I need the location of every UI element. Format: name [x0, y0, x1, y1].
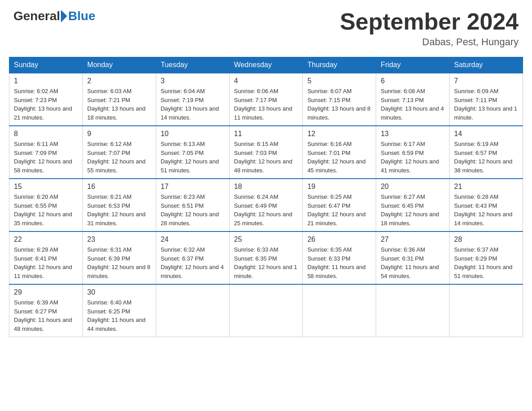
table-row: 4Sunrise: 6:06 AMSunset: 7:17 PMDaylight…	[229, 73, 303, 126]
day-info: Sunrise: 6:32 AMSunset: 6:37 PMDaylight:…	[161, 245, 225, 280]
table-row: 2Sunrise: 6:03 AMSunset: 7:21 PMDaylight…	[82, 73, 156, 126]
table-row: 27Sunrise: 6:36 AMSunset: 6:31 PMDayligh…	[376, 231, 450, 284]
table-row: 30Sunrise: 6:40 AMSunset: 6:25 PMDayligh…	[82, 284, 156, 337]
day-info: Sunrise: 6:17 AMSunset: 6:59 PMDaylight:…	[381, 140, 445, 175]
day-info: Sunrise: 6:29 AMSunset: 6:41 PMDaylight:…	[14, 245, 78, 280]
day-number: 4	[234, 77, 298, 85]
day-number: 7	[454, 77, 518, 85]
table-row: 25Sunrise: 6:33 AMSunset: 6:35 PMDayligh…	[229, 231, 303, 284]
logo-general-text: General	[13, 9, 60, 23]
day-number: 29	[14, 288, 78, 296]
month-title: September 2024	[340, 9, 519, 34]
logo-blue-text: Blue	[68, 9, 95, 23]
day-number: 8	[14, 130, 78, 138]
day-info: Sunrise: 6:16 AMSunset: 7:01 PMDaylight:…	[307, 140, 371, 175]
day-number: 18	[234, 183, 298, 191]
day-number: 11	[234, 130, 298, 138]
table-row: 23Sunrise: 6:31 AMSunset: 6:39 PMDayligh…	[82, 231, 156, 284]
day-info: Sunrise: 6:08 AMSunset: 7:13 PMDaylight:…	[381, 87, 445, 122]
day-info: Sunrise: 6:04 AMSunset: 7:19 PMDaylight:…	[161, 87, 225, 122]
day-info: Sunrise: 6:15 AMSunset: 7:03 PMDaylight:…	[234, 140, 298, 175]
day-info: Sunrise: 6:23 AMSunset: 6:51 PMDaylight:…	[161, 193, 225, 227]
day-number: 13	[381, 130, 445, 138]
day-number: 27	[381, 235, 445, 244]
table-row: 11Sunrise: 6:15 AMSunset: 7:03 PMDayligh…	[229, 126, 303, 179]
table-row: 6Sunrise: 6:08 AMSunset: 7:13 PMDaylight…	[376, 73, 450, 126]
table-row	[229, 284, 303, 337]
col-tuesday: Tuesday	[156, 57, 229, 73]
day-number: 1	[14, 77, 78, 85]
table-row	[156, 284, 229, 337]
day-info: Sunrise: 6:31 AMSunset: 6:39 PMDaylight:…	[87, 245, 151, 280]
title-section: September 2024 Dabas, Pest, Hungary	[340, 9, 519, 48]
day-info: Sunrise: 6:35 AMSunset: 6:33 PMDaylight:…	[307, 245, 371, 280]
table-row: 1Sunrise: 6:02 AMSunset: 7:23 PMDaylight…	[9, 73, 83, 126]
col-monday: Monday	[82, 57, 156, 73]
day-info: Sunrise: 6:37 AMSunset: 6:29 PMDaylight:…	[454, 245, 518, 280]
table-row: 16Sunrise: 6:21 AMSunset: 6:53 PMDayligh…	[82, 179, 156, 231]
day-number: 30	[87, 288, 151, 296]
day-number: 12	[307, 130, 371, 138]
day-number: 22	[14, 235, 78, 244]
day-info: Sunrise: 6:20 AMSunset: 6:55 PMDaylight:…	[14, 193, 78, 227]
table-row: 8Sunrise: 6:11 AMSunset: 7:09 PMDaylight…	[9, 126, 83, 179]
table-row	[303, 284, 376, 337]
table-row: 5Sunrise: 6:07 AMSunset: 7:15 PMDaylight…	[303, 73, 376, 126]
day-info: Sunrise: 6:36 AMSunset: 6:31 PMDaylight:…	[381, 245, 445, 280]
table-row: 22Sunrise: 6:29 AMSunset: 6:41 PMDayligh…	[9, 231, 83, 284]
day-info: Sunrise: 6:11 AMSunset: 7:09 PMDaylight:…	[14, 140, 78, 175]
table-row: 15Sunrise: 6:20 AMSunset: 6:55 PMDayligh…	[9, 179, 83, 231]
table-row: 19Sunrise: 6:25 AMSunset: 6:47 PMDayligh…	[303, 179, 376, 231]
table-row: 12Sunrise: 6:16 AMSunset: 7:01 PMDayligh…	[303, 126, 376, 179]
logo: General Blue	[13, 9, 95, 23]
table-row	[450, 284, 523, 337]
col-friday: Friday	[376, 57, 450, 73]
week-row-4: 22Sunrise: 6:29 AMSunset: 6:41 PMDayligh…	[9, 231, 523, 284]
table-row: 13Sunrise: 6:17 AMSunset: 6:59 PMDayligh…	[376, 126, 450, 179]
day-number: 14	[454, 130, 518, 138]
calendar-table: Sunday Monday Tuesday Wednesday Thursday…	[9, 57, 523, 337]
day-info: Sunrise: 6:40 AMSunset: 6:25 PMDaylight:…	[87, 298, 151, 333]
day-number: 19	[307, 183, 371, 191]
day-info: Sunrise: 6:07 AMSunset: 7:15 PMDaylight:…	[307, 87, 371, 122]
table-row	[376, 284, 450, 337]
day-number: 17	[161, 183, 225, 191]
day-info: Sunrise: 6:12 AMSunset: 7:07 PMDaylight:…	[87, 140, 151, 175]
location-label: Dabas, Pest, Hungary	[340, 36, 519, 48]
day-number: 20	[381, 183, 445, 191]
table-row: 29Sunrise: 6:39 AMSunset: 6:27 PMDayligh…	[9, 284, 83, 337]
day-info: Sunrise: 6:03 AMSunset: 7:21 PMDaylight:…	[87, 87, 151, 122]
logo-triangle-icon	[61, 10, 67, 22]
week-row-5: 29Sunrise: 6:39 AMSunset: 6:27 PMDayligh…	[9, 284, 523, 337]
col-thursday: Thursday	[303, 57, 376, 73]
day-info: Sunrise: 6:33 AMSunset: 6:35 PMDaylight:…	[234, 245, 298, 280]
table-row: 24Sunrise: 6:32 AMSunset: 6:37 PMDayligh…	[156, 231, 229, 284]
day-info: Sunrise: 6:21 AMSunset: 6:53 PMDaylight:…	[87, 193, 151, 227]
day-info: Sunrise: 6:19 AMSunset: 6:57 PMDaylight:…	[454, 140, 518, 175]
day-number: 24	[161, 235, 225, 244]
day-info: Sunrise: 6:06 AMSunset: 7:17 PMDaylight:…	[234, 87, 298, 122]
day-info: Sunrise: 6:28 AMSunset: 6:43 PMDaylight:…	[454, 193, 518, 227]
calendar-header-row: Sunday Monday Tuesday Wednesday Thursday…	[9, 57, 523, 73]
day-number: 21	[454, 183, 518, 191]
table-row: 3Sunrise: 6:04 AMSunset: 7:19 PMDaylight…	[156, 73, 229, 126]
day-number: 9	[87, 130, 151, 138]
day-number: 3	[161, 77, 225, 85]
table-row: 10Sunrise: 6:13 AMSunset: 7:05 PMDayligh…	[156, 126, 229, 179]
col-saturday: Saturday	[450, 57, 523, 73]
week-row-2: 8Sunrise: 6:11 AMSunset: 7:09 PMDaylight…	[9, 126, 523, 179]
table-row: 20Sunrise: 6:27 AMSunset: 6:45 PMDayligh…	[376, 179, 450, 231]
day-number: 10	[161, 130, 225, 138]
table-row: 17Sunrise: 6:23 AMSunset: 6:51 PMDayligh…	[156, 179, 229, 231]
table-row: 21Sunrise: 6:28 AMSunset: 6:43 PMDayligh…	[450, 179, 523, 231]
day-number: 16	[87, 183, 151, 191]
table-row: 26Sunrise: 6:35 AMSunset: 6:33 PMDayligh…	[303, 231, 376, 284]
day-number: 26	[307, 235, 371, 244]
day-number: 2	[87, 77, 151, 85]
day-info: Sunrise: 6:13 AMSunset: 7:05 PMDaylight:…	[161, 140, 225, 175]
day-number: 6	[381, 77, 445, 85]
day-info: Sunrise: 6:39 AMSunset: 6:27 PMDaylight:…	[14, 298, 78, 333]
day-info: Sunrise: 6:02 AMSunset: 7:23 PMDaylight:…	[14, 87, 78, 122]
table-row: 9Sunrise: 6:12 AMSunset: 7:07 PMDaylight…	[82, 126, 156, 179]
day-number: 5	[307, 77, 371, 85]
